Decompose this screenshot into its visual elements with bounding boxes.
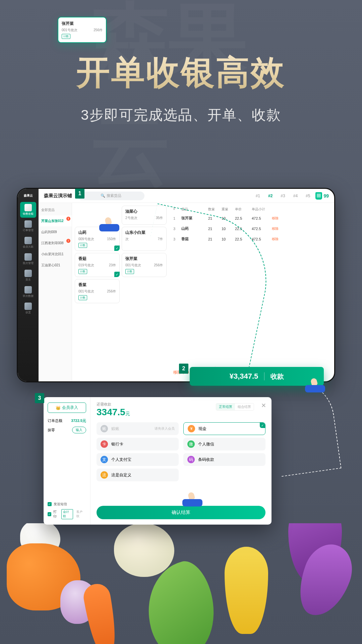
checkout-main: 还需收款 3347.5元 正常结算 组合结算 ✕ 账赊账请先录入会员¥现金卡银行…	[90, 397, 272, 525]
member-entry-button[interactable]: 👑会员录入	[48, 402, 86, 413]
checkout-amount: ¥3,347.5	[230, 372, 258, 381]
search-input[interactable]: 🔍 搜索货品	[77, 192, 144, 200]
pointing-hand-icon	[182, 492, 202, 506]
pay-option-条码收款[interactable]: 码条码收款	[183, 453, 265, 466]
checkout-bar[interactable]: ¥3,347.5 收款	[190, 367, 324, 386]
crown-icon: 👑	[56, 406, 61, 410]
product-card[interactable]: 香菇019号批次23件计数	[75, 253, 120, 277]
checkout-label: 收款	[270, 372, 284, 381]
pay-method-icon: 支	[101, 456, 108, 463]
print-checkbox[interactable]: ✓	[48, 512, 51, 516]
carrot-icon	[81, 582, 120, 644]
pay-option-赊账: 账赊账请先录入会员	[97, 422, 179, 435]
corn-icon	[225, 547, 268, 634]
step-1-badge: 1	[75, 189, 84, 199]
pay-method-icon: 码	[187, 456, 195, 463]
tab-3[interactable]: #3	[281, 194, 285, 198]
pay-option-个人微信[interactable]: 微个人微信	[183, 438, 265, 450]
cauliflower-icon	[114, 523, 174, 577]
pay-option-个人支付宝[interactable]: 支个人支付宝	[97, 453, 179, 466]
close-icon[interactable]: ✕	[261, 402, 266, 409]
nav-cashier[interactable]: 销售收银	[20, 202, 36, 218]
badge-icon: 1	[66, 217, 70, 221]
tab-1[interactable]: #1	[256, 194, 260, 198]
order-total-value: 3722.5元	[71, 418, 86, 423]
sidebar: 森果云 销售收银 订单管理 会员欠款 批次管理 货主 班次数据 设置	[18, 189, 39, 381]
member-icon	[24, 237, 32, 244]
product-name: 张芹菜	[62, 21, 103, 26]
floating-product-card[interactable]: 张芹菜 001号批次256件 计数	[58, 17, 107, 43]
category-list: 全部货品 芹菜山东张0121 山药刘009 江西老刘哥0082 小白菜河北011…	[39, 203, 72, 381]
vegetable-decoration	[0, 523, 362, 644]
search-icon: 🔍	[101, 194, 105, 198]
settle-tabs: 正常结算 组合结算	[216, 403, 254, 411]
checkout-sidebar: 👑会员录入 订单总额3722.5元 抹零输入 ✓发送短信 ✓打印 会计联客户联	[44, 397, 90, 525]
cat-item-1[interactable]: 芹菜山东张0121	[39, 215, 72, 226]
confirm-settle-button[interactable]: 确认结算	[97, 506, 265, 519]
cat-item-5[interactable]: 王油菜心021	[39, 260, 72, 271]
supplier-icon	[24, 270, 32, 277]
accountant-copy-tab[interactable]: 会计联	[61, 509, 73, 519]
pay-method-icon: 微	[187, 440, 195, 448]
remove-button[interactable]: 移除	[272, 216, 285, 221]
tab-5[interactable]: #5	[306, 194, 310, 198]
shift-icon	[24, 286, 32, 293]
product-card[interactable]: 香菜001号批次256件计数	[75, 279, 120, 303]
order-total-label: 订单总额	[48, 418, 62, 423]
orders-icon	[24, 220, 32, 228]
customer-copy-tab[interactable]: 客户联	[75, 509, 86, 519]
gear-icon	[24, 303, 32, 310]
divider	[264, 372, 264, 380]
nav-batch[interactable]: 批次管理	[20, 251, 36, 267]
shop-name: 森果云演示铺	[44, 193, 72, 199]
step-2-badge: 2	[179, 364, 188, 374]
badge-icon: 2	[66, 239, 70, 243]
tab-2[interactable]: #2	[268, 194, 273, 198]
remove-button[interactable]: 移除	[272, 237, 285, 241]
cart-tabs: #1 #2 #3 #4 #5	[256, 194, 310, 198]
cat-item-3[interactable]: 江西老刘哥0082	[39, 237, 72, 249]
nav-settings[interactable]: 设置	[20, 301, 36, 316]
pay-method-icon: 这	[101, 471, 108, 479]
wipe-label: 抹零	[48, 428, 55, 433]
pointing-hand-icon	[305, 378, 325, 392]
pay-method-icon: 卡	[101, 440, 108, 448]
cashier-icon	[24, 204, 32, 211]
payment-options: 账赊账请先录入会员¥现金卡银行卡微个人微信支个人支付宝码条码收款这这是自定义	[97, 422, 265, 481]
cat-item-2[interactable]: 山药刘009	[39, 226, 72, 237]
pay-method-icon: 账	[101, 425, 108, 432]
bg-watermark: 森果云	[90, 0, 272, 204]
clipboard-icon	[315, 192, 322, 200]
wipe-input-button[interactable]: 输入	[72, 427, 86, 433]
step-3-badge: 3	[35, 393, 44, 403]
settle-normal-tab[interactable]: 正常结算	[216, 404, 235, 410]
cat-item-4[interactable]: 小白菜河北011	[39, 249, 72, 260]
cat-all[interactable]: 全部货品	[39, 204, 72, 215]
batch-icon	[24, 253, 32, 261]
pointing-hand-icon	[99, 217, 119, 231]
nav-shift[interactable]: 班次数据	[20, 284, 36, 300]
cart-badge[interactable]: 99	[315, 192, 329, 200]
pay-option-这是自定义[interactable]: 这这是自定义	[97, 469, 179, 481]
nav-supplier[interactable]: 货主	[20, 268, 36, 283]
pay-option-银行卡[interactable]: 卡银行卡	[97, 438, 179, 450]
logo: 森果云	[23, 192, 34, 199]
remove-button[interactable]: 移除	[272, 226, 285, 231]
pay-option-现金[interactable]: ¥现金	[183, 422, 265, 435]
count-tag: 计数	[62, 34, 70, 39]
settle-combo-tab[interactable]: 组合结算	[235, 404, 254, 410]
nav-orders[interactable]: 订单管理	[20, 218, 36, 234]
sms-checkbox[interactable]: ✓	[48, 502, 52, 506]
tab-4[interactable]: #4	[293, 194, 298, 198]
nav-member-debt[interactable]: 会员欠款	[20, 235, 36, 251]
checkout-panel: 👑会员录入 订单总额3722.5元 抹零输入 ✓发送短信 ✓打印 会计联客户联 …	[44, 397, 272, 525]
pay-method-icon: ¥	[188, 425, 195, 432]
